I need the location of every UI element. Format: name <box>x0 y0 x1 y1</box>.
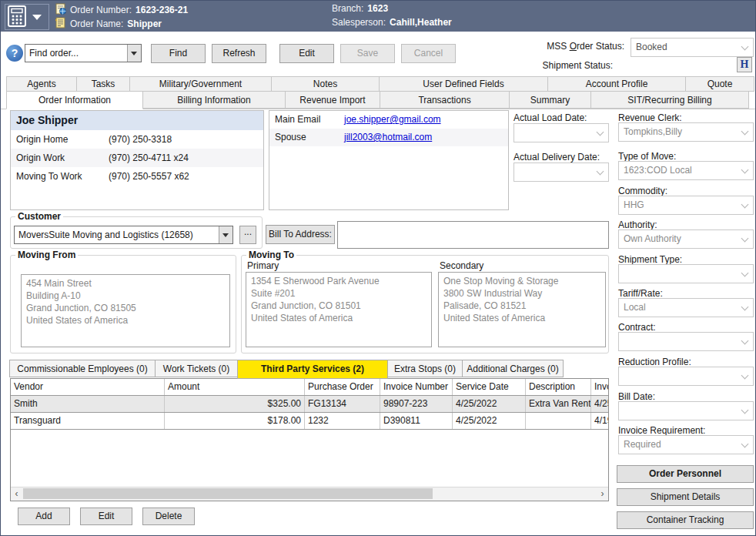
contact-panel: Joe Shipper Origin Home (970) 250-3318 O… <box>10 110 264 210</box>
type-of-move-select[interactable]: 1623:COD Local <box>618 161 754 180</box>
find-button[interactable]: Find <box>151 44 206 63</box>
chevron-down-icon <box>741 303 749 311</box>
actual-delivery-date-label: Actual Delivery Date: <box>513 152 600 162</box>
tab-billing-information[interactable]: Billing Information <box>142 91 286 109</box>
tab-transactions[interactable]: Transactions <box>380 91 510 109</box>
detail-tab-strip: Commissionable Employees (0) Work Ticket… <box>10 360 564 379</box>
column-header-purchase-order[interactable]: Purchase Order <box>305 379 380 395</box>
tab-tasks[interactable]: Tasks <box>76 76 130 92</box>
tab-military-government[interactable]: Military/Government <box>129 76 272 92</box>
bill-to-address-box[interactable] <box>337 221 609 249</box>
branch-value: 1623 <box>367 3 388 14</box>
column-header-invoice-date[interactable]: Invoice Date <box>591 379 609 395</box>
customer-combobox[interactable]: MoversSuite Moving and Logistics (12658) <box>14 226 233 244</box>
tab-revenue-import[interactable]: Revenue Import <box>285 91 380 109</box>
tab-account-profile[interactable]: Account Profile <box>547 76 686 92</box>
cell-purchase-order: 1232 <box>305 413 380 429</box>
moving-to-secondary-address-box[interactable]: One Stop Moving & Storage 3800 SW Indust… <box>438 272 606 347</box>
column-header-amount[interactable]: Amount <box>165 379 305 395</box>
address-line: Palisade, CO 81521 <box>443 300 600 312</box>
tab-quote[interactable]: Quote <box>685 76 754 92</box>
scroll-right-icon[interactable]: › <box>597 487 608 500</box>
help-icon[interactable]: ? <box>6 45 23 62</box>
moving-to-primary-address-box[interactable]: 1354 E Sherwood Park Avenue Suite #201 G… <box>246 272 432 347</box>
find-order-dropdown-arrow-icon[interactable] <box>127 45 141 62</box>
application-window: Order Number: 1623-236-21 Order Name: Sh… <box>0 0 756 536</box>
customer-dropdown-arrow-icon[interactable] <box>219 226 232 243</box>
table-row[interactable]: Smith $325.00 FG13134 98907-223 4/25/202… <box>11 396 609 413</box>
shipment-type-select[interactable] <box>618 264 754 283</box>
horizontal-scrollbar[interactable]: ‹ › <box>11 487 608 501</box>
lower-tab-strip: Order Information Billing Information Re… <box>7 91 749 109</box>
address-line: One Stop Moving & Storage <box>443 275 600 287</box>
customer-more-button[interactable]: ... <box>239 226 256 244</box>
edit-row-button[interactable]: Edit <box>80 508 132 525</box>
tab-order-information[interactable]: Order Information <box>6 91 143 109</box>
moving-to-secondary-label: Secondary <box>440 260 483 271</box>
tab-commissionable-employees[interactable]: Commissionable Employees (0) <box>9 360 156 377</box>
customer-value: MoversSuite Moving and Logistics (12658) <box>18 226 193 243</box>
contact-name: Joe Shipper <box>11 111 263 130</box>
tariff-rate-select[interactable]: Local <box>618 298 754 317</box>
add-button[interactable]: Add <box>18 508 70 525</box>
order-personnel-button[interactable]: Order Personnel <box>617 465 754 483</box>
contract-select[interactable] <box>618 332 754 351</box>
revenue-clerk-label: Revenue Clerk: <box>618 112 682 123</box>
bill-to-address-button[interactable]: Bill To Address: <box>266 225 335 244</box>
shipment-status-label: Shipment Status: <box>463 60 613 71</box>
bill-date-select[interactable] <box>618 401 754 420</box>
tab-user-defined-fields[interactable]: User Defined Fields <box>379 76 548 92</box>
shipment-details-button[interactable]: Shipment Details <box>617 488 754 506</box>
email-row: Main Email joe.shipper@gmail.com <box>269 111 508 129</box>
phone-value: (970) 250-5557 x62 <box>109 167 189 186</box>
shipment-status-history-button[interactable]: H <box>737 57 752 72</box>
refresh-button[interactable]: Refresh <box>212 44 266 63</box>
phone-label: Origin Work <box>11 149 109 167</box>
invoice-requirement-select[interactable]: Required <box>618 435 754 454</box>
actual-delivery-date-select[interactable] <box>513 162 609 182</box>
address-line: United States of America <box>443 312 600 324</box>
chevron-down-icon <box>741 201 749 209</box>
tab-notes[interactable]: Notes <box>271 76 380 92</box>
cell-invoice-date: 4/19/2022 <box>591 413 609 429</box>
mss-order-status-select[interactable]: Booked <box>631 38 754 57</box>
actual-load-date-select[interactable] <box>513 123 609 142</box>
authority-label: Authority: <box>618 219 657 230</box>
column-header-description[interactable]: Description <box>526 379 591 395</box>
tab-additional-charges[interactable]: Additional Charges (0) <box>462 360 564 377</box>
moving-to-legend: Moving To <box>246 250 296 260</box>
tab-summary[interactable]: Summary <box>509 91 591 109</box>
customer-legend: Customer <box>15 211 63 222</box>
order-name-label: Order Name: <box>70 18 123 29</box>
tab-work-tickets[interactable]: Work Tickets (0) <box>155 360 238 377</box>
column-header-invoice-number[interactable]: Invoice Number <box>380 379 453 395</box>
chevron-down-icon <box>597 168 604 176</box>
tab-extra-stops[interactable]: Extra Stops (0) <box>387 360 463 377</box>
reduction-profile-select[interactable] <box>618 367 754 386</box>
email-link[interactable]: joe.shipper@gmail.com <box>344 111 441 129</box>
save-button[interactable]: Save <box>340 44 395 63</box>
find-order-combobox[interactable]: Find order... <box>25 44 142 62</box>
column-header-vendor[interactable]: Vendor <box>11 379 165 395</box>
address-line: Grand Junction, CO 81505 <box>26 302 225 314</box>
revenue-clerk-select[interactable]: Tompkins,Billy <box>618 122 754 142</box>
cancel-button[interactable]: Cancel <box>401 44 456 63</box>
moving-from-address-box[interactable]: 454 Main Street Building A-10 Grand Junc… <box>21 274 230 347</box>
container-tracking-button[interactable]: Container Tracking <box>617 511 754 529</box>
tab-agents[interactable]: Agents <box>6 76 77 92</box>
authority-select[interactable]: Own Authority <box>618 229 754 249</box>
commodity-select[interactable]: HHG <box>618 196 754 215</box>
tariff-rate-value: Local <box>624 302 646 313</box>
app-menu-button[interactable] <box>5 4 49 30</box>
delete-button[interactable]: Delete <box>142 508 195 525</box>
edit-button[interactable]: Edit <box>279 44 334 63</box>
table-row[interactable]: Transguard $178.00 1232 D390811 4/25/202… <box>11 413 609 430</box>
column-header-service-date[interactable]: Service Date <box>453 379 526 395</box>
scrollbar-thumb[interactable] <box>23 488 433 499</box>
tab-sit-recurring-billing[interactable]: SIT/Recurring Billing <box>590 91 749 109</box>
authority-value: Own Authority <box>624 233 681 244</box>
tab-third-party-services[interactable]: Third Party Services (2) <box>237 360 388 379</box>
email-row: Spouse jill2003@hotmail.com <box>269 129 508 146</box>
email-link[interactable]: jill2003@hotmail.com <box>344 129 432 146</box>
scroll-left-icon[interactable]: ‹ <box>11 487 22 500</box>
